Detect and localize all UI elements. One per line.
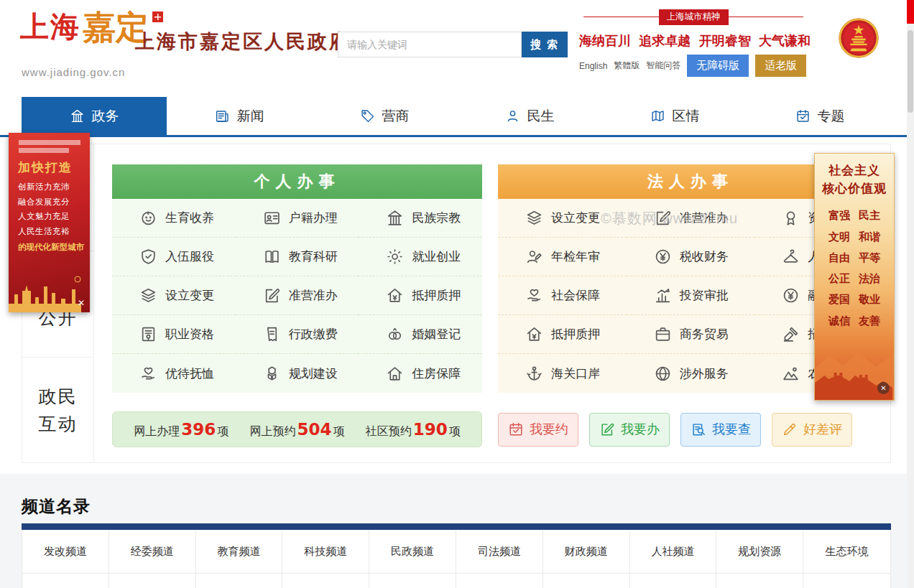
elder-mode-button[interactable]: 适老版 [755, 55, 806, 77]
stat-value: 504 [297, 420, 331, 439]
service-label: 涉外服务 [680, 365, 729, 382]
personal-service-item[interactable]: 职业资格 [112, 315, 236, 354]
channel-link[interactable]: 文旅频道 [456, 574, 543, 588]
core-value-row: 富强民主 [815, 205, 894, 225]
channel-link[interactable]: 财政频道 [543, 530, 630, 574]
corporate-service-item[interactable]: 社会保障 [498, 276, 627, 315]
personal-service-item[interactable]: 入伍服役 [112, 238, 236, 276]
channel-link[interactable]: 发改频道 [22, 530, 109, 574]
sidebar-tab-2[interactable]: 政民互动 [22, 358, 93, 463]
globe-icon [654, 365, 672, 383]
search-input[interactable] [338, 32, 522, 57]
mortgage-icon [525, 325, 543, 343]
core-value-word: 公正 [828, 268, 850, 289]
personal-service-item[interactable]: 优待抚恤 [112, 354, 236, 393]
personal-services-grid: 生育收养户籍办理民族宗教入伍服役教育科研就业创业设立变更准营准办抵押质押职业资格… [112, 199, 482, 393]
online-stats-bar: 网上办理396项网上预约504项社区预约190项 [112, 411, 482, 447]
channel-link[interactable]: 农业频道 [282, 574, 369, 588]
corporate-service-item[interactable]: 涉外服务 [627, 354, 755, 393]
city-spirit-words: 海纳百川 追求卓越 开明睿智 大气谦和 [579, 32, 811, 50]
scrollbar[interactable] [907, 0, 914, 588]
channel-link[interactable]: 交通频道 [109, 574, 196, 588]
personal-service-item[interactable]: 教育科研 [236, 238, 359, 276]
action-button-4[interactable]: 好差评 [772, 413, 852, 447]
personal-service-item[interactable]: 抵押质押 [359, 276, 482, 315]
service-label: 户籍办理 [289, 210, 338, 226]
corporate-service-item[interactable]: 税收财务 [627, 238, 755, 276]
channel-link[interactable]: 数据管理 [803, 574, 890, 588]
channel-link[interactable]: 经委频道 [109, 530, 196, 574]
close-icon[interactable]: ✕ [877, 382, 890, 394]
core-value-row: 自由平等 [815, 247, 894, 268]
channel-link[interactable]: 人社频道 [630, 530, 717, 574]
scrollbar-thumb[interactable] [908, 30, 913, 113]
corporate-service-item[interactable]: 年检年审 [498, 238, 627, 276]
action-button-3[interactable]: 我要查 [680, 413, 761, 447]
channel-link[interactable]: 生态环境 [803, 530, 890, 574]
channel-link[interactable]: 规划资源 [716, 530, 803, 574]
search-button[interactable]: 搜 索 [522, 32, 568, 57]
nav-tab-4[interactable]: 民生 [457, 97, 602, 135]
link-smart-qa[interactable]: 智能问答 [646, 60, 680, 72]
personal-service-item[interactable]: 户籍办理 [236, 199, 359, 238]
close-icon[interactable]: ✕ [78, 299, 85, 307]
link-traditional-chinese[interactable]: 繁體版 [614, 60, 640, 72]
hr-hanger-icon [782, 248, 800, 266]
personal-service-item[interactable]: 就业创业 [359, 238, 482, 276]
nav-tab-label: 专题 [818, 107, 845, 126]
personal-service-item[interactable]: 婚姻登记 [359, 315, 482, 354]
channel-link[interactable]: 民政频道 [369, 530, 456, 574]
stat-item: 社区预约190项 [366, 420, 461, 439]
action-button-2[interactable]: 我要办 [589, 413, 670, 447]
personal-service-item[interactable]: 准营准办 [236, 276, 359, 315]
corporate-service-item[interactable]: 抵押质押 [498, 315, 627, 354]
left-promo-banner: 加快打造 创新活力充沛融合发展充分人文魅力充足人民生活充裕 的现代化新型城市 ✕ [9, 133, 90, 312]
rings-icon [386, 325, 404, 343]
service-label: 年检年审 [551, 248, 600, 265]
channel-link[interactable]: 卫生健康 [543, 574, 630, 588]
channel-link[interactable]: 商务频道 [369, 574, 456, 588]
site-url: www.jiading.gov.cn [22, 66, 125, 78]
appointment-icon [508, 421, 524, 437]
house-icon [386, 365, 404, 383]
receipt-icon [263, 325, 281, 343]
action-button-label: 我要办 [621, 421, 660, 438]
personal-service-item[interactable]: 民族宗教 [359, 199, 482, 238]
action-button-1[interactable]: 我要约 [498, 413, 578, 447]
nav-tab-6[interactable]: 专题 [747, 97, 892, 135]
personal-service-item[interactable]: 行政缴费 [236, 315, 359, 354]
channel-link[interactable]: 司法频道 [456, 530, 543, 574]
channel-row: 建设管理交通频道水务频道农业频道商务频道文旅频道卫生健康退役军人应急管理数据管理 [22, 574, 890, 588]
tax-yen-icon [654, 248, 672, 266]
personal-service-item[interactable]: 设立变更 [112, 276, 236, 315]
corporate-service-item[interactable]: 准营准办 [627, 199, 755, 238]
personal-service-item[interactable]: 生育收养 [112, 199, 236, 238]
shield-icon [139, 248, 157, 266]
channel-link[interactable]: 应急管理 [716, 574, 803, 588]
personal-service-item[interactable]: 规划建设 [236, 354, 359, 393]
nav-tab-2[interactable]: 新闻 [167, 97, 312, 135]
accessibility-button[interactable]: 无障碍版 [687, 55, 749, 77]
gov-affairs-icon [70, 108, 85, 123]
service-label: 住房保障 [412, 365, 461, 382]
corporate-service-item[interactable]: 投资审批 [627, 276, 755, 315]
personal-service-item[interactable]: 住房保障 [359, 354, 482, 393]
nav-tab-5[interactable]: 区情 [602, 97, 747, 135]
channel-link[interactable]: 退役军人 [630, 574, 717, 588]
corporate-service-item[interactable]: 设立变更 [498, 199, 627, 238]
nav-tab-3[interactable]: 营商 [312, 97, 457, 135]
channel-link[interactable]: 水务频道 [196, 574, 283, 588]
link-english[interactable]: English [579, 61, 607, 71]
channel-link[interactable]: 建设管理 [22, 574, 109, 588]
idcard-icon [263, 209, 281, 227]
nav-tab-label: 区情 [673, 107, 700, 126]
agriculture-icon [782, 365, 800, 383]
nav-tab-1[interactable]: 政务 [22, 97, 167, 135]
channel-link[interactable]: 教育频道 [196, 530, 283, 574]
corporate-service-item[interactable]: 商务贸易 [627, 315, 755, 354]
channel-link[interactable]: 科技频道 [282, 530, 369, 574]
stat-value: 190 [413, 420, 448, 439]
finance-yen-icon [782, 286, 800, 304]
main-content: 信息公开政民互动 个人办事 生育收养户籍办理民族宗教入伍服役教育科研就业创业设立… [22, 144, 891, 463]
corporate-service-item[interactable]: 海关口岸 [498, 354, 627, 393]
